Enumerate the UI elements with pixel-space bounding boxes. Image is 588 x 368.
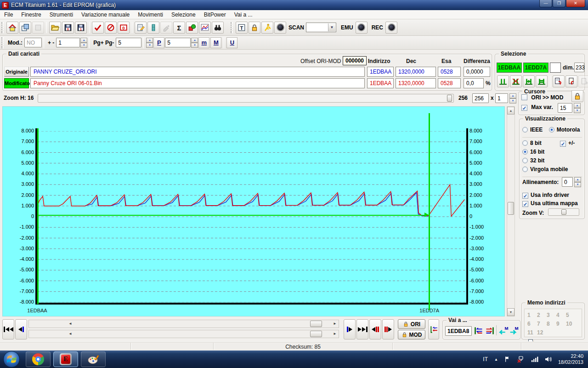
memo-slot-10[interactable]: 10 [566, 320, 576, 328]
chart-vertical-scrollbar[interactable]: ▲ ▼ [507, 106, 515, 316]
zoom-mult-spinner[interactable]: ▲▼ [509, 93, 516, 104]
memo-slot-7[interactable]: 7 [537, 320, 547, 328]
scroll-right-icon[interactable]: ► [333, 322, 337, 326]
clear-selection-button[interactable] [510, 75, 522, 87]
motorola-radio[interactable] [549, 127, 554, 132]
8bit-radio[interactable] [522, 140, 528, 146]
usa-ultima-mappa-checkbox[interactable]: ✓ [522, 201, 528, 207]
spin-up-icon[interactable]: ▲ [191, 38, 198, 43]
vai-a-address-field[interactable]: 1EDBA8 [445, 326, 472, 336]
menu-finestre[interactable]: Finestre [17, 11, 45, 19]
emu-led-button[interactable] [356, 22, 368, 34]
network-disconnected-icon[interactable] [517, 356, 525, 363]
goto-mod-button[interactable] [485, 326, 494, 335]
memo-slot-12[interactable]: 12 [537, 328, 547, 337]
modificato-filename[interactable]: Panny Cruze ORI 06-01.Bin [30, 78, 365, 88]
table-view-button[interactable] [147, 22, 159, 34]
home-button[interactable] [6, 22, 18, 34]
zoom-v-slider[interactable] [548, 208, 579, 216]
sum-button[interactable]: Σ [173, 22, 185, 34]
mod-field[interactable]: NO [24, 38, 42, 47]
save-mod-button[interactable]: 1 [75, 22, 87, 34]
cursor-lock-button[interactable] [571, 90, 583, 102]
max-var-checkbox[interactable]: ✓ [521, 105, 527, 111]
32bit-radio[interactable] [522, 158, 528, 163]
start-button[interactable] [3, 351, 20, 368]
memo-slot-2[interactable]: 2 [537, 311, 547, 320]
memo-slot-11[interactable]: 11 [527, 328, 537, 337]
memo-forward-button[interactable]: M [509, 325, 519, 335]
zero-button[interactable]: 0 [118, 22, 130, 34]
connection-led-button[interactable] [274, 22, 286, 34]
scroll-left-icon[interactable]: ◄ [68, 322, 72, 326]
mod-lock-button[interactable]: MOD [398, 330, 425, 339]
cursor-arrows-button[interactable] [428, 319, 439, 339]
memo-slot-8[interactable]: 8 [547, 320, 556, 328]
find-button[interactable] [212, 22, 224, 34]
page-spinner[interactable]: ▲▼ [146, 38, 153, 48]
run-button[interactable] [261, 22, 273, 34]
discard-button[interactable] [105, 22, 117, 34]
taskbar-paint[interactable] [81, 351, 106, 367]
menu-strumenti[interactable]: Strumenti [45, 11, 77, 19]
spin-up-icon[interactable]: ▲ [574, 103, 581, 108]
allineamento-spinner[interactable]: ▲▼ [574, 177, 581, 187]
hscroll-thumb[interactable] [310, 331, 322, 337]
taskbar-chrome[interactable] [26, 351, 51, 367]
scroll-left-icon[interactable]: ◄ [68, 332, 72, 336]
select-begin-button[interactable] [497, 75, 509, 87]
taskbar-ecm-titanium[interactable]: E [53, 351, 78, 367]
menu-variazione-manuale[interactable]: Variazione manuale [77, 11, 134, 19]
zoom-mult-field[interactable]: 1 [495, 93, 508, 103]
originale-filename[interactable]: PANNY CRUZE_ORI.ORI [30, 67, 365, 77]
minimize-button[interactable]: — [539, 0, 552, 7]
toolbar-grip[interactable] [1, 22, 4, 33]
percent-field[interactable]: 5 [165, 38, 191, 47]
paste-selection-button[interactable] [565, 75, 577, 87]
graph-hscrollbar-bottom[interactable]: ◄ ► [28, 330, 339, 338]
menu-selezione[interactable]: Selezione [167, 11, 200, 19]
step-field[interactable]: 1 [56, 38, 80, 47]
originale-button[interactable]: Originale [4, 67, 29, 77]
save-ori-button[interactable]: 0 [62, 22, 74, 34]
maximize-button[interactable]: ❐ [553, 0, 565, 7]
spin-down-icon[interactable]: ▼ [574, 108, 581, 113]
hscroll-thumb[interactable] [310, 321, 322, 327]
cursor-line[interactable] [429, 113, 430, 310]
scan-dropdown[interactable]: ▼ [306, 23, 336, 32]
menu-movimenti[interactable]: Movimenti [134, 11, 167, 19]
usa-info-driver-checkbox[interactable]: ✓ [522, 193, 528, 199]
page-step-field[interactable]: 5 [116, 38, 141, 47]
step-spinner[interactable]: ▲▼ [80, 38, 87, 48]
paste-disabled-button[interactable] [578, 75, 588, 87]
confirm-button[interactable] [92, 22, 104, 34]
close-button[interactable]: ✕ [566, 0, 585, 7]
lock-button[interactable] [249, 22, 260, 34]
menu-vai-a[interactable]: Vai a ... [230, 11, 257, 19]
go-start-button[interactable] [2, 319, 14, 339]
undo-button[interactable]: U [226, 37, 237, 48]
spin-down-icon[interactable]: ▼ [509, 98, 516, 104]
edit-driver-button[interactable] [135, 22, 147, 34]
memo-slot-1[interactable]: 1 [527, 311, 537, 320]
page-back-button[interactable] [369, 319, 381, 339]
selection-start-field[interactable]: 1EDBAA [497, 63, 522, 73]
scroll-right-icon[interactable]: ► [333, 332, 337, 336]
open-file-button[interactable] [49, 22, 61, 34]
text-mode-button[interactable]: T [236, 22, 248, 34]
memo-slot-5[interactable]: 5 [566, 311, 576, 320]
spin-up-icon[interactable]: ▲ [80, 38, 87, 43]
eprom-graph[interactable]: 8.0007.0006.0005.0004.0003.0002.0001.000… [2, 106, 505, 316]
vertical-scroll-thumb[interactable] [508, 202, 514, 215]
menu-bitpower[interactable]: BitPower [200, 11, 230, 19]
scroll-up-icon[interactable]: ▲ [507, 107, 514, 115]
zoom-width-field[interactable]: 256 [472, 93, 489, 103]
window-disabled-button[interactable] [32, 22, 44, 34]
min-button[interactable]: m [198, 37, 209, 48]
step-back-button[interactable] [15, 319, 27, 339]
ori-lock-button[interactable]: ORI [398, 319, 425, 329]
memo-slot-3[interactable]: 3 [547, 311, 556, 320]
spin-up-icon[interactable]: ▲ [509, 93, 516, 98]
zoom-v-thumb[interactable] [561, 209, 566, 215]
goto-ori-button[interactable] [474, 326, 483, 335]
